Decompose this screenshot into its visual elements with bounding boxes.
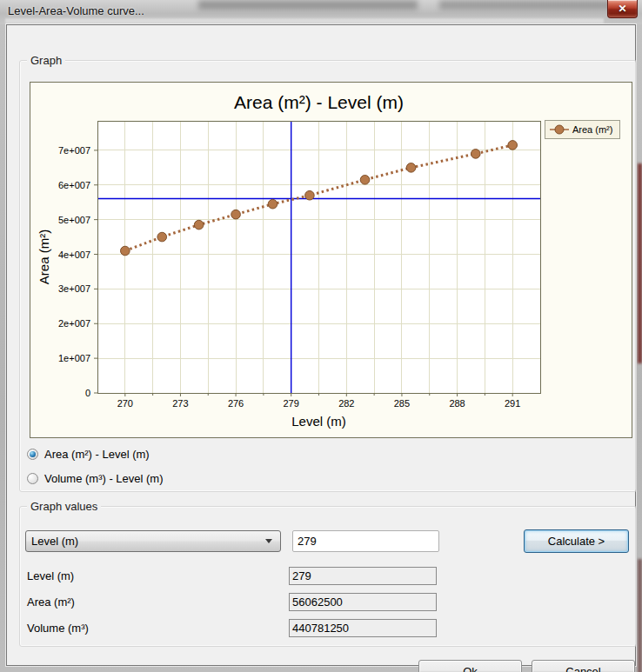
background-window-bleed: [638, 559, 642, 672]
svg-text:273: 273: [172, 398, 188, 409]
graph-groupbox: Graph 27027327627928228528829101e+0072e+…: [19, 60, 637, 492]
svg-text:285: 285: [394, 398, 410, 409]
result-label-area: Area (m²): [27, 593, 75, 611]
level-value-input[interactable]: [292, 530, 439, 552]
svg-text:279: 279: [284, 398, 299, 409]
svg-text:1e+007: 1e+007: [58, 353, 90, 363]
titlebar-glass-blur: [439, 0, 612, 10]
dialog-client-area: Graph 27027327627928228528829101e+0072e+…: [6, 24, 636, 666]
graph-values-groupbox: Graph values Level (m) Calculate > Level…: [19, 506, 637, 647]
svg-text:288: 288: [449, 398, 465, 409]
svg-text:6e+007: 6e+007: [58, 180, 90, 190]
result-label-volume: Volume (m³): [27, 619, 89, 637]
svg-text:3e+007: 3e+007: [58, 283, 90, 294]
svg-text:Area (m²): Area (m²): [572, 124, 612, 135]
svg-text:282: 282: [338, 398, 354, 409]
svg-text:4e+007: 4e+007: [58, 250, 90, 260]
radio-area-level-label: Area (m²) - Level (m): [44, 448, 150, 461]
value-type-select[interactable]: Level (m): [25, 530, 281, 552]
svg-text:0: 0: [85, 388, 90, 398]
svg-text:Area (m²) - Level (m): Area (m²) - Level (m): [234, 92, 404, 112]
svg-text:270: 270: [117, 398, 133, 409]
chart-canvas: 27027327627928228528829101e+0072e+0073e+…: [30, 82, 632, 438]
calculate-button[interactable]: Calculate >: [524, 529, 629, 553]
close-icon: ✕: [618, 3, 626, 14]
chevron-down-icon: [265, 539, 272, 543]
radio-button-icon[interactable]: [27, 473, 38, 484]
dialog-window: Level-Area-Volume curve... ✕ Graph 27027…: [0, 0, 642, 672]
ok-button[interactable]: Ok: [418, 660, 522, 672]
area-level-chart[interactable]: 27027327627928228528829101e+0072e+0073e+…: [30, 82, 632, 438]
graph-values-groupbox-label: Graph values: [27, 500, 101, 513]
radio-volume-level[interactable]: Volume (m³) - Level (m): [27, 471, 164, 485]
result-field-area: 56062500: [289, 593, 437, 611]
close-button[interactable]: ✕: [607, 0, 638, 18]
svg-text:Level (m): Level (m): [291, 414, 346, 429]
svg-text:7e+007: 7e+007: [58, 145, 90, 156]
svg-text:Area (m²): Area (m²): [37, 230, 51, 284]
radio-volume-level-label: Volume (m³) - Level (m): [44, 472, 164, 485]
result-label-level: Level (m): [27, 567, 74, 585]
radio-button-icon[interactable]: [27, 449, 38, 460]
svg-text:291: 291: [505, 398, 520, 409]
value-type-selected: Level (m): [26, 535, 265, 548]
svg-text:2e+007: 2e+007: [58, 318, 90, 329]
result-field-level: 279: [289, 567, 437, 585]
titlebar-glass-blur: [198, 0, 418, 10]
window-title: Level-Area-Volume curve...: [8, 4, 144, 17]
radio-area-level[interactable]: Area (m²) - Level (m): [27, 447, 150, 461]
svg-text:5e+007: 5e+007: [58, 215, 90, 225]
graph-groupbox-label: Graph: [27, 54, 65, 67]
svg-text:276: 276: [228, 398, 244, 409]
result-field-volume: 440781250: [289, 619, 437, 637]
title-bar[interactable]: Level-Area-Volume curve... ✕: [0, 0, 642, 24]
titlebar-glass-highlight: [5, 18, 604, 23]
background-window-bleed: [638, 163, 642, 363]
cancel-button[interactable]: Cancel: [532, 660, 635, 672]
